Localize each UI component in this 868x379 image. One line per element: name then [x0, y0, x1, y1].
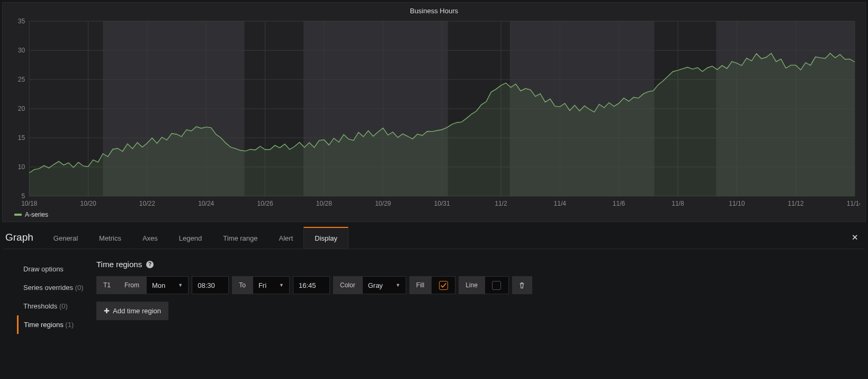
legend[interactable]: A-series — [3, 209, 865, 219]
from-label: From — [118, 276, 146, 294]
svg-text:10/29: 10/29 — [375, 200, 391, 207]
svg-text:10/26: 10/26 — [257, 200, 273, 207]
svg-text:10/24: 10/24 — [198, 200, 214, 207]
svg-text:10: 10 — [18, 163, 25, 171]
svg-text:10/28: 10/28 — [316, 200, 332, 207]
chart-area[interactable]: 5101520253035 10/1810/2010/2210/2410/261… — [8, 18, 860, 209]
editor-title: Graph — [3, 226, 43, 249]
svg-text:11/8: 11/8 — [672, 200, 684, 207]
svg-text:35: 35 — [18, 18, 25, 25]
subnav-draw-options[interactable]: Draw options — [17, 260, 86, 278]
close-editor-button[interactable]: ✕ — [845, 227, 865, 248]
color-label: Color — [333, 276, 362, 294]
subnav-time-regions[interactable]: Time regions (1) — [17, 315, 86, 334]
trash-icon — [518, 282, 525, 289]
fill-checkbox[interactable] — [431, 276, 455, 294]
svg-text:10/22: 10/22 — [139, 200, 155, 207]
svg-text:20: 20 — [18, 105, 25, 112]
line-label: Line — [459, 276, 485, 294]
chart-svg: 5101520253035 10/1810/2010/2210/2410/261… — [8, 18, 860, 209]
to-time-input[interactable] — [293, 276, 330, 294]
tab-metrics[interactable]: Metrics — [88, 227, 132, 249]
section-title: Time regions ? — [96, 260, 862, 269]
time-regions-content: Time regions ? T1 From Mon▼ To Fri▼ — [96, 260, 862, 334]
plus-icon: ✚ — [104, 307, 110, 315]
to-label: To — [232, 276, 253, 294]
tab-general[interactable]: General — [43, 227, 88, 249]
to-day-select[interactable]: Fri▼ — [253, 276, 290, 294]
svg-text:11/12: 11/12 — [788, 200, 804, 207]
graph-panel: Business Hours 5101520253035 10/1810/201… — [2, 2, 866, 222]
svg-text:10/31: 10/31 — [434, 200, 450, 207]
fill-label: Fill — [409, 276, 431, 294]
color-select[interactable]: Gray▼ — [362, 276, 406, 294]
tab-legend[interactable]: Legend — [168, 227, 212, 249]
svg-text:10/18: 10/18 — [21, 200, 37, 207]
subnav-thresholds[interactable]: Thresholds (0) — [17, 297, 86, 315]
time-region-row: T1 From Mon▼ To Fri▼ Color — [96, 276, 862, 294]
svg-text:11/6: 11/6 — [613, 200, 625, 207]
delete-region-button[interactable] — [512, 276, 532, 294]
panel-editor: Graph General Metrics Axes Legend Time r… — [0, 224, 868, 347]
panel-title: Business Hours — [3, 6, 865, 18]
tab-axes[interactable]: Axes — [132, 227, 168, 249]
svg-text:11/2: 11/2 — [495, 200, 507, 207]
from-day-select[interactable]: Mon▼ — [146, 276, 189, 294]
help-icon[interactable]: ? — [146, 261, 154, 268]
tab-alert[interactable]: Alert — [269, 227, 304, 249]
svg-text:30: 30 — [18, 47, 25, 54]
subnav-series-overrides[interactable]: Series overrides (0) — [17, 278, 86, 297]
legend-series-label: A-series — [25, 211, 48, 218]
svg-text:25: 25 — [18, 76, 25, 83]
svg-text:11/10: 11/10 — [729, 200, 745, 207]
from-time-input[interactable] — [192, 276, 229, 294]
svg-text:11/4: 11/4 — [554, 200, 567, 207]
tab-time-range[interactable]: Time range — [212, 227, 268, 249]
line-checkbox[interactable] — [485, 276, 509, 294]
svg-text:10/20: 10/20 — [80, 200, 96, 207]
svg-text:15: 15 — [18, 134, 25, 142]
region-id-label: T1 — [96, 276, 118, 294]
display-subnav: Draw options Series overrides (0) Thresh… — [6, 260, 86, 334]
legend-swatch — [14, 214, 22, 216]
add-time-region-button[interactable]: ✚ Add time region — [96, 302, 168, 320]
editor-tabs: Graph General Metrics Axes Legend Time r… — [3, 226, 865, 249]
tab-display[interactable]: Display — [303, 227, 348, 249]
svg-text:5: 5 — [21, 192, 25, 200]
svg-text:11/14: 11/14 — [847, 200, 860, 207]
